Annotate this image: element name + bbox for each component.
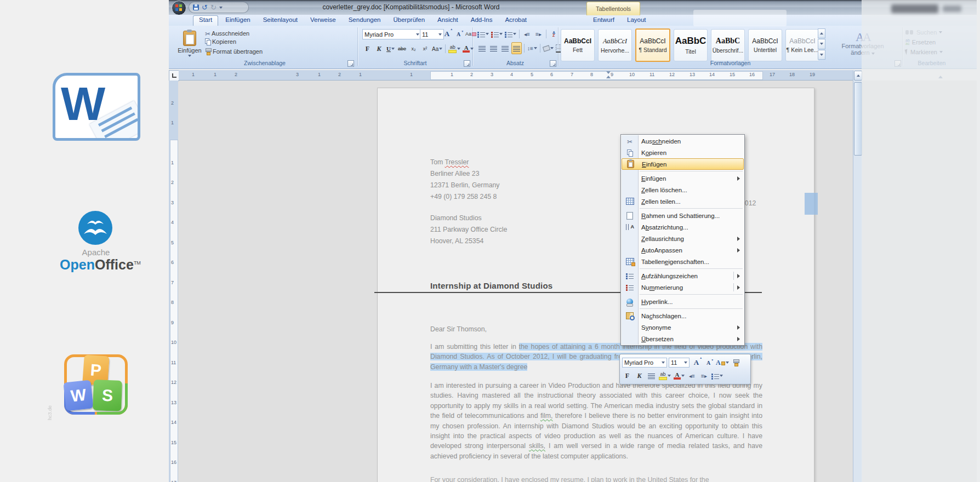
menu-item-nachschlagen[interactable]: Nachschlagen... [622,310,744,322]
mini-justify-button[interactable] [646,370,657,382]
menu-item-zellen-teilen[interactable]: Zellen teilen... [622,196,744,207]
menu-item-zellen-loschen[interactable]: Zellen löschen... [622,184,744,196]
numbering-button[interactable] [491,28,503,40]
subscript-button[interactable]: x₂ [408,43,419,55]
style-card-kein-lee[interactable]: AaBbCcI¶ Kein Lee... [785,29,819,61]
scroll-up-button[interactable] [854,71,862,81]
font-dialog-launcher[interactable] [464,60,470,67]
wps-logo-icon: P W S [64,354,128,415]
tab-sendungen[interactable]: Sendungen [343,15,386,26]
globe-icon [622,299,638,305]
styles-gallery-scroll[interactable] [818,28,825,60]
mini-font-name-combo[interactable]: Myriad Pro [622,358,667,368]
style-card-fett[interactable]: AaBbCcIFett [561,29,595,61]
increase-indent-button[interactable]: ≡▸ [533,28,544,40]
tab-start[interactable]: Start [193,15,218,26]
mini-font-size-combo[interactable]: 11 [669,358,690,368]
style-card-standard[interactable]: AaBbCcI¶ Standard [635,28,670,62]
vertical-scrollbar[interactable] [853,70,862,482]
justify-button[interactable] [511,42,522,54]
strikethrough-button[interactable]: abe [397,43,407,55]
style-brush-icon: A [716,360,725,365]
paste-button[interactable]: Einfügen [176,27,203,60]
font-color-button[interactable]: A [462,43,474,55]
font-size-combo[interactable]: 11 [420,29,444,39]
sort-button[interactable]: AZ [549,28,559,40]
office-button[interactable] [172,1,186,15]
tab-uberprufen[interactable]: Überprüfen [388,15,431,26]
font-name-combo[interactable]: Myriad Pro [362,29,421,39]
vertical-ruler[interactable]: 211234567891011121314151617 [169,81,178,482]
clear-formatting-button[interactable]: Aa [465,28,477,40]
mini-italic-button[interactable]: K [634,370,645,382]
format-painter-button[interactable]: Format übertragen [205,48,263,55]
ruler-number: 5 [531,72,533,77]
save-icon[interactable] [193,4,199,10]
mini-decrease-indent-button[interactable]: ◂≡ [687,370,697,382]
undo-icon[interactable]: ↺ [202,4,208,11]
menu-item-synonyme[interactable]: Synonyme [622,322,744,333]
menu-item-einfugen[interactable]: Einfügen [622,173,744,184]
underline-button[interactable]: U [385,43,396,55]
menu-item-zellausrichtung[interactable]: Zellausrichtung [622,233,744,244]
line-spacing-button[interactable]: ↕≡ [527,42,538,54]
style-card-titel[interactable]: AaBbCTitel [674,29,708,61]
style-card-untertitel[interactable]: AaBbCcIUntertitel [748,29,782,61]
paragraph-dialog-launcher[interactable] [550,60,556,67]
menu-item-nummerierung[interactable]: Nummerierung [622,282,744,293]
cut-button[interactable]: Ausschneiden [205,28,249,38]
decrease-indent-button[interactable]: ◂≡ [522,28,532,40]
text-highlight-button[interactable]: ab [448,43,461,55]
menu-item-autoanpassen[interactable]: AutoAnpassen [622,244,744,256]
grow-font-button[interactable]: A [442,28,452,40]
italic-button[interactable]: K [374,43,384,55]
style-card-uberschrif[interactable]: AaBbCÜberschrif... [711,29,745,61]
tab-seitenlayout[interactable]: Seitenlayout [258,15,303,26]
tab-selector[interactable] [169,70,179,81]
menu-item-hyperlink[interactable]: Hyperlink... [622,296,744,307]
align-center-button[interactable] [488,42,499,54]
mini-grow-font-button[interactable]: A [691,357,702,369]
tab-acrobat[interactable]: Acrobat [499,15,532,26]
mini-format-painter-button[interactable] [731,357,742,369]
mini-highlight-button[interactable]: ab [658,370,671,382]
mini-increase-indent-button[interactable]: ≡▸ [699,370,709,382]
shading-button[interactable] [543,42,554,54]
superscript-button[interactable]: x² [420,43,430,55]
tab-add-ins[interactable]: Add-Ins [465,15,498,26]
mini-bullets-button[interactable] [711,370,723,382]
align-right-button[interactable] [500,42,510,54]
mini-shrink-font-button[interactable]: A [703,357,714,369]
copy-button[interactable]: Kopieren [205,38,236,45]
shrink-font-button[interactable]: A [453,28,464,40]
menu-item-absatzrichtung[interactable]: Absatzrichtung... [622,221,744,233]
tab-layout[interactable]: Layout [622,15,652,26]
menu-item-ausschneiden[interactable]: Ausschneiden [622,135,744,147]
redo-icon[interactable]: ↻ [210,4,216,11]
tab-einfugen[interactable]: Einfügen [220,15,255,26]
scrollbar-thumb[interactable] [854,82,862,156]
horizontal-ruler[interactable]: 1123121112345678910111213141516171819 [179,70,853,81]
multilevel-list-button[interactable] [504,28,517,40]
clipboard-dialog-launcher[interactable] [347,60,354,67]
align-left-button[interactable] [477,42,487,54]
menu-item-einfugen[interactable]: Einfügen [622,158,744,170]
menu-item-ubersetzen[interactable]: Übersetzen [622,333,744,345]
tab-entwurf[interactable]: Entwurf [588,15,620,26]
style-card-hervorhe[interactable]: AaBbCcIHervorhe... [598,29,632,61]
menu-item-aufzahlungszeichen[interactable]: Aufzählungszeichen [622,270,744,282]
bold-button[interactable]: F [362,43,373,55]
mini-font-color-button[interactable]: A [673,370,685,382]
first-line-indent-marker[interactable] [606,71,611,74]
mini-bold-button[interactable]: F [622,370,633,382]
tab-ansicht[interactable]: Ansicht [432,15,464,26]
qat-dropdown-icon[interactable] [219,7,223,9]
menu-item-kopieren[interactable]: Kopieren [622,147,744,158]
bullets-button[interactable] [477,28,489,40]
mini-style-button[interactable]: A [715,357,730,369]
change-case-button[interactable]: Aa [431,43,443,55]
hanging-indent-marker[interactable] [606,76,611,78]
menu-item-rahmen-und-schattierung[interactable]: Rahmen und Schattierung... [622,210,744,221]
menu-item-tabelleneigenschaften[interactable]: Tabelleneigenschaften... [622,256,744,267]
tab-verweise[interactable]: Verweise [305,15,341,26]
